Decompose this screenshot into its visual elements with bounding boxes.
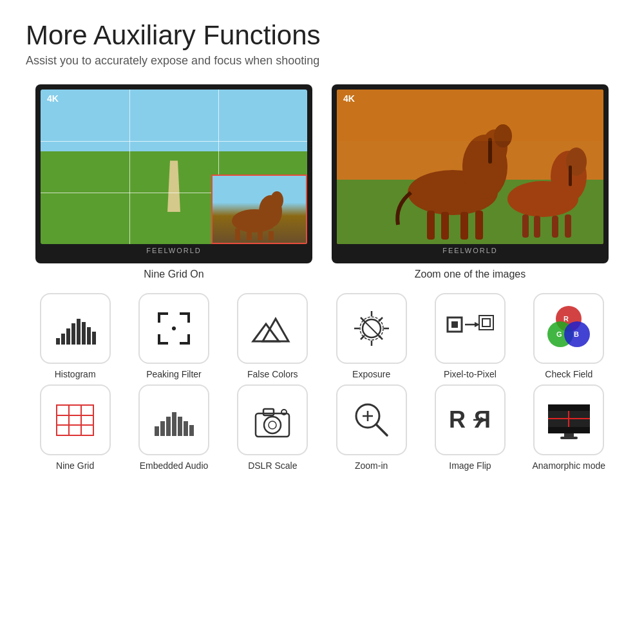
svg-rect-16: [460, 212, 468, 240]
icon-box-anamorphic-mode: [533, 384, 604, 455]
svg-rect-29: [66, 328, 70, 345]
icon-label-anamorphic-mode: Anamorphic mode: [532, 460, 605, 471]
svg-rect-24: [552, 216, 558, 238]
monitor-nine-grid: 4K FEELWORLD Nine Grid On: [35, 84, 312, 280]
svg-rect-97: [548, 404, 590, 411]
false-colors-icon: [250, 306, 295, 351]
icon-item-histogram: Histogram: [30, 293, 120, 379]
icon-label-exposure: Exposure: [352, 369, 390, 379]
icon-label-check-field: Check Field: [545, 369, 592, 379]
histogram-icon: [53, 309, 98, 348]
svg-rect-15: [441, 212, 449, 240]
icon-box-histogram: [40, 293, 111, 364]
svg-rect-5: [258, 230, 263, 240]
svg-rect-64: [482, 319, 490, 327]
svg-point-2: [270, 191, 283, 209]
monitor-brand-1: FEELWORLD: [41, 247, 307, 254]
svg-rect-63: [479, 316, 493, 330]
icon-label-nine-grid: Nine Grid: [56, 460, 94, 471]
svg-rect-31: [77, 319, 80, 345]
svg-rect-38: [187, 312, 190, 323]
svg-rect-17: [475, 211, 483, 240]
svg-line-91: [376, 424, 387, 435]
icon-box-false-colors: [237, 293, 308, 364]
svg-rect-23: [534, 216, 540, 238]
monitors-section: 4K FEELWORLD Nine Grid On: [26, 84, 618, 280]
svg-rect-26: [337, 90, 603, 141]
icon-box-nine-grid: [40, 384, 111, 455]
svg-rect-25: [565, 214, 571, 238]
icon-item-embedded-audio: Embedded Audio: [129, 384, 219, 471]
page-subtitle: Assist you to accurately expose and focu…: [26, 54, 618, 68]
dslr-scale-icon: [251, 399, 294, 441]
svg-rect-81: [184, 421, 188, 436]
image-flip-icon: R R: [446, 401, 494, 439]
svg-text:B: B: [574, 330, 579, 338]
monitor-brand-2: FEELWORLD: [337, 247, 603, 254]
header: More Auxiliary Functions Assist you to a…: [26, 19, 618, 68]
svg-rect-28: [61, 334, 65, 345]
svg-rect-21: [569, 166, 572, 186]
svg-rect-84: [263, 409, 274, 415]
pixel-to-pixel-icon: [444, 311, 496, 346]
icon-item-zoom-in: Zoom-in: [327, 384, 417, 471]
check-field-icon: R G B: [546, 306, 591, 351]
peaking-filter-icon: [151, 306, 196, 351]
svg-rect-27: [56, 338, 60, 345]
page-title: More Auxiliary Functions: [26, 19, 618, 52]
icon-box-zoom-in: [336, 384, 407, 455]
icon-label-pixel-to-pixel: Pixel-to-Pixel: [444, 369, 497, 379]
anamorphic-mode-icon: [545, 399, 593, 441]
svg-text:R: R: [564, 315, 569, 323]
embedded-audio-icon: [151, 401, 196, 439]
icon-box-image-flip: R R: [435, 384, 506, 455]
svg-rect-79: [172, 412, 176, 436]
svg-rect-71: [57, 405, 93, 435]
svg-text:R: R: [449, 406, 466, 433]
icon-item-dslr-scale: DSLR Scale: [227, 384, 317, 471]
nine-grid-icon: [54, 402, 96, 438]
svg-text:R: R: [474, 406, 491, 433]
icon-label-false-colors: False Colors: [247, 369, 298, 379]
svg-rect-78: [166, 417, 171, 436]
svg-rect-36: [158, 312, 160, 323]
svg-rect-98: [548, 427, 590, 433]
icon-item-check-field: R G B Check Field: [524, 293, 614, 379]
svg-rect-30: [71, 323, 75, 345]
icon-label-embedded-audio: Embedded Audio: [140, 460, 209, 471]
monitor-zoom: 4K FEELWORLD Zoom one of the images: [332, 84, 609, 280]
svg-rect-82: [189, 425, 194, 436]
svg-rect-34: [92, 332, 96, 345]
svg-rect-77: [160, 421, 165, 436]
monitor-caption-2: Zoom one of the images: [415, 269, 526, 280]
icon-box-check-field: R G B: [533, 293, 604, 364]
svg-point-86: [269, 421, 276, 429]
icon-item-anamorphic-mode: Anamorphic mode: [524, 384, 614, 471]
icon-item-false-colors: False Colors: [227, 293, 317, 379]
svg-rect-22: [522, 214, 529, 238]
monitor-device-1: 4K FEELWORLD: [35, 84, 312, 263]
svg-marker-47: [253, 324, 279, 341]
svg-rect-13: [488, 138, 492, 164]
svg-rect-14: [427, 211, 435, 240]
monitor-badge-1: 4K: [47, 93, 59, 104]
svg-rect-4: [247, 230, 252, 240]
icon-item-pixel-to-pixel: Pixel-to-Pixel: [425, 293, 515, 379]
icon-box-dslr-scale: [237, 384, 308, 455]
exposure-icon: [349, 306, 394, 351]
icon-label-zoom-in: Zoom-in: [355, 460, 388, 471]
svg-rect-3: [235, 229, 240, 240]
icon-label-histogram: Histogram: [55, 369, 96, 379]
icon-item-exposure: Exposure: [327, 293, 417, 379]
svg-point-85: [264, 417, 281, 433]
icon-box-peaking-filter: [138, 293, 209, 364]
zoom-in-icon: [350, 398, 393, 442]
svg-rect-32: [82, 322, 86, 345]
monitor-device-2: 4K FEELWORLD: [332, 84, 609, 263]
icons-row-2: Nine Grid Embedded Audio: [26, 384, 618, 471]
monitor-caption-1: Nine Grid On: [144, 269, 204, 280]
monitor-badge-2: 4K: [343, 93, 355, 104]
svg-rect-103: [560, 437, 578, 439]
svg-rect-42: [187, 334, 190, 345]
svg-rect-40: [158, 334, 160, 345]
